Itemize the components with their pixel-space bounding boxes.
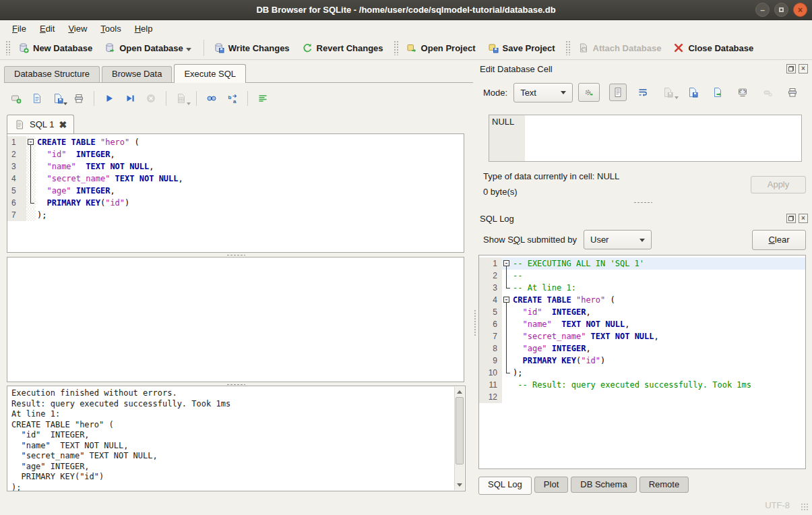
save-as-file-button[interactable]	[684, 84, 701, 101]
execute-current-line-button[interactable]	[122, 90, 138, 107]
output-line: "name" TEXT NOT NULL,	[11, 441, 450, 452]
print-sql-button[interactable]	[71, 90, 87, 107]
tab-database-structure[interactable]: Database Structure	[4, 66, 100, 82]
save-sql-file-button[interactable]	[50, 90, 66, 107]
tab-remote[interactable]: Remote	[639, 477, 689, 493]
line-number: 4	[479, 294, 502, 306]
open-sql-file-button[interactable]	[29, 90, 45, 107]
titlebar[interactable]: DB Browser for SQLite - /home/user/code/…	[0, 0, 812, 20]
execute-all-button[interactable]	[101, 90, 117, 107]
execution-output-text: Execution finished without errors.Result…	[7, 386, 465, 491]
new-database-button[interactable]: New Database	[13, 40, 100, 56]
fold-marker-icon[interactable]: -	[502, 258, 511, 270]
code-text: CREATE TABLE "hero" (	[511, 294, 615, 306]
line-number: 6	[479, 318, 502, 330]
resize-grip[interactable]	[801, 503, 809, 512]
close-database-button[interactable]: Close Database	[668, 40, 761, 56]
menu-view[interactable]: View	[61, 22, 94, 35]
mode-select[interactable]: Text	[513, 83, 573, 102]
output-line: PRIMARY KEY("id")	[11, 472, 450, 483]
open-database-button[interactable]: Open Database	[100, 40, 199, 57]
clear-button[interactable]: Clear	[752, 230, 806, 250]
tab-sql-log[interactable]: SQL Log	[478, 477, 532, 495]
revert-changes-label: Revert Changes	[317, 43, 383, 53]
line-number: 6	[7, 197, 26, 209]
open-project-button[interactable]: Open Project	[402, 40, 483, 56]
dock-drag-handle[interactable]	[474, 309, 477, 336]
code-line: 7);	[7, 209, 464, 221]
copy-link-button[interactable]	[734, 84, 751, 101]
execute-all-icon	[104, 93, 115, 104]
code-line: 4 "secret_name" TEXT NOT NULL,	[7, 173, 464, 185]
encoding-label: UTF-8	[765, 500, 790, 510]
new-sql-tab-button[interactable]	[8, 90, 24, 107]
save-results-dropdown-arrow	[187, 102, 191, 107]
scrollbar[interactable]	[454, 387, 464, 490]
text-document-button[interactable]	[609, 84, 627, 101]
left-pane: Database StructureBrowse DataExecute SQL…	[0, 60, 473, 495]
menu-tools[interactable]: Tools	[94, 22, 127, 35]
line-number: 4	[7, 173, 26, 185]
dock-splitter-handle[interactable]	[473, 200, 812, 204]
menu-file[interactable]: File	[5, 22, 33, 35]
write-changes-button[interactable]: Write Changes	[209, 40, 297, 56]
sql-editor[interactable]: 1-CREATE TABLE "hero" (2 "id" INTEGER,3 …	[7, 133, 464, 253]
open-database-dropdown-arrow[interactable]	[186, 48, 191, 54]
float-dock-icon[interactable]	[786, 64, 796, 73]
toolbar-handle[interactable]	[5, 40, 11, 55]
tab-execute-sql[interactable]: Execute SQL	[174, 64, 246, 83]
close-dock-icon[interactable]	[799, 64, 808, 73]
dock-tab-bar: SQL LogPlotDB SchemaRemote	[478, 477, 689, 495]
submitted-by-select[interactable]: User	[584, 230, 652, 249]
scrollbar-thumb[interactable]	[456, 397, 464, 464]
line-number: 3	[479, 282, 502, 294]
export-to-file-button[interactable]	[709, 84, 726, 101]
word-wrap-button[interactable]	[634, 84, 652, 101]
results-pane[interactable]	[7, 257, 464, 382]
print-cell-button[interactable]	[784, 84, 801, 101]
scroll-up-icon[interactable]	[455, 387, 464, 396]
tab-browse-data[interactable]: Browse Data	[102, 66, 172, 82]
revert-changes-button[interactable]: Revert Changes	[297, 40, 391, 56]
save-as-file-icon	[687, 87, 698, 98]
find-button[interactable]	[204, 90, 220, 107]
code-text: "id" INTEGER,	[36, 148, 115, 160]
close-icon[interactable]: ×	[793, 3, 807, 17]
code-line: 8 "age" INTEGER,	[479, 342, 805, 355]
close-dock-icon[interactable]	[799, 214, 808, 223]
float-dock-icon[interactable]	[786, 214, 796, 223]
import-from-file-dropdown-arrow	[675, 96, 679, 101]
output-line: "age" INTEGER,	[11, 462, 450, 473]
print-cell-icon	[787, 87, 798, 98]
mode-label: Mode:	[483, 88, 507, 98]
word-wrap-icon	[637, 87, 648, 98]
code-line: 5 "id" INTEGER,	[479, 306, 805, 318]
code-line: 3-- At line 1:	[479, 282, 805, 294]
apply-mode-button[interactable]	[578, 83, 600, 102]
close-tab-icon[interactable]: ✖	[59, 120, 67, 129]
code-line: 4-CREATE TABLE "hero" (	[479, 294, 805, 306]
new-sql-tab-icon	[11, 93, 22, 104]
menu-edit[interactable]: Edit	[33, 22, 61, 35]
maximize-icon[interactable]	[774, 3, 788, 17]
format-sql-button[interactable]	[255, 90, 271, 107]
stop-execution-icon	[146, 93, 156, 104]
execution-output-log[interactable]: Execution finished without errors.Result…	[7, 386, 466, 491]
sql-log-editor[interactable]: 1--- EXECUTING ALL IN 'SQL 1'2--3-- At l…	[478, 255, 806, 469]
minimize-icon[interactable]: –	[755, 3, 770, 17]
find-replace-button[interactable]: ba	[224, 90, 241, 107]
execute-current-line-icon	[125, 93, 135, 104]
save-project-button[interactable]: Save Project	[483, 40, 563, 56]
fold-marker-icon[interactable]: -	[26, 136, 36, 148]
open-project-label: Open Project	[421, 43, 476, 53]
menu-help[interactable]: Help	[128, 22, 160, 35]
fold-marker-icon	[26, 185, 36, 197]
cell-value-editor[interactable]: NULL	[489, 115, 802, 162]
open-database-label: Open Database	[119, 43, 183, 53]
fold-marker-icon[interactable]: -	[502, 294, 511, 306]
scroll-down-icon[interactable]	[455, 481, 464, 490]
open-project-icon	[406, 42, 417, 53]
tab-plot[interactable]: Plot	[534, 477, 568, 493]
tab-db-schema[interactable]: DB Schema	[571, 477, 636, 493]
tab-sql-1[interactable]: SQL 1 ✖	[7, 115, 74, 133]
